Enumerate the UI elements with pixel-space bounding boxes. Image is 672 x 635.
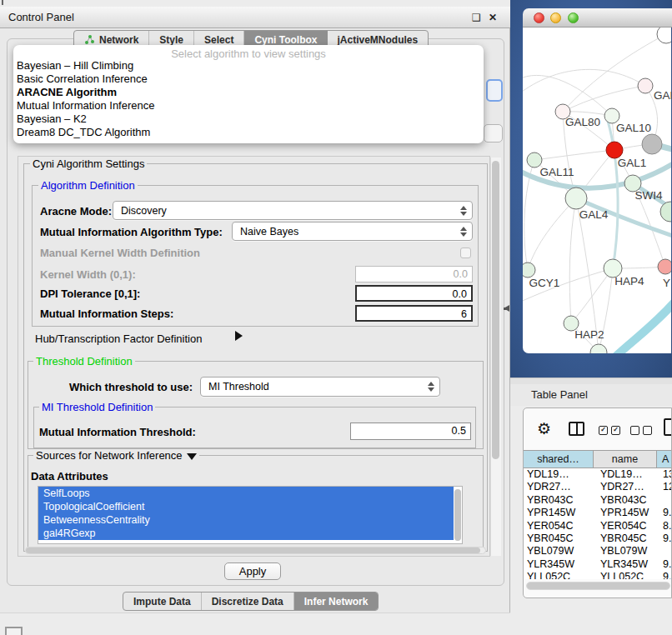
network-node[interactable] (660, 202, 671, 222)
table-row[interactable]: YDL19… YDL19… 13 (524, 468, 672, 481)
aracne-mode-label: Aracne Mode: (40, 205, 112, 218)
collapse-arrow-icon[interactable] (187, 453, 197, 460)
table-hscrollbar[interactable] (526, 582, 670, 590)
combo-stepper-icon (458, 227, 469, 237)
dropdown-item[interactable]: Basic Correlation Inference (17, 72, 148, 85)
network-edge (534, 150, 614, 160)
column-header-shared-name[interactable]: shared… (524, 451, 594, 468)
algorithm-dropdown-placeholder: Select algorithm to view settings (13, 48, 484, 60)
settings-scrollbar-thumb[interactable] (492, 161, 499, 459)
tab-infer-network[interactable]: Infer Network (294, 592, 379, 610)
network-node-label: GAL80 (565, 116, 600, 128)
select-all-columns-icon[interactable]: ✓✓ (599, 426, 620, 435)
deselect-all-columns-icon[interactable] (630, 426, 652, 435)
settings-hscrollbar[interactable] (25, 547, 486, 554)
network-node-label: GAL11 (539, 166, 574, 178)
combo-stepper-icon (458, 206, 469, 216)
float-window-icon[interactable]: ❑ (472, 12, 481, 23)
network-node[interactable] (523, 262, 535, 278)
list-item[interactable]: gal4RGexp (38, 527, 454, 540)
manual-kernel-width-checkbox[interactable] (460, 248, 471, 258)
dropdown-item-selected[interactable]: ARACNE Algorithm (17, 86, 117, 98)
control-panel-titlebar[interactable] (0, 7, 510, 28)
table-row[interactable]: YBR045C YBR045C 9. (524, 532, 672, 545)
list-item[interactable]: TopologicalCoefficient (38, 500, 454, 513)
minimize-traffic-icon[interactable] (550, 12, 561, 23)
close-traffic-icon[interactable] (534, 12, 544, 23)
network-node[interactable] (657, 28, 671, 43)
network-node[interactable] (606, 142, 623, 158)
combo-stepper-icon (425, 382, 437, 392)
network-node[interactable] (638, 78, 653, 93)
table-row[interactable]: YER054C YER054C 8. (524, 520, 672, 532)
gear-icon[interactable]: ⚙ (537, 419, 551, 438)
network-node[interactable] (658, 259, 671, 274)
dpi-tolerance-label: DPI Tolerance [0,1]: (40, 288, 140, 300)
mi-threshold-definition-title: MI Threshold Definition (39, 401, 155, 413)
table-row[interactable]: YBR043C YBR043C (524, 494, 672, 507)
network-edge (528, 198, 576, 270)
table-row[interactable]: YLR345W YLR345W 9. (524, 558, 672, 571)
dpi-tolerance-field[interactable]: 0.0 (355, 285, 473, 302)
mi-algorithm-type-label: Mutual Information Algorithm Type: (40, 226, 223, 238)
list-item[interactable]: SelfLoops (38, 487, 454, 500)
network-node-label: HAP2 (574, 328, 604, 341)
table-row[interactable]: YLL052C YLL052C 9. (524, 571, 672, 579)
which-threshold-combo[interactable]: MI Threshold (200, 377, 440, 397)
network-node-label: HAP4 (614, 275, 644, 288)
apply-button[interactable]: Apply (224, 562, 281, 580)
table-row[interactable]: YBL079W YBL079W (524, 545, 672, 558)
table-panel-title: Table Panel (531, 388, 588, 401)
network-node[interactable] (642, 134, 662, 154)
new-table-icon[interactable] (664, 418, 672, 436)
cyni-bottom-tabbar: Impute Data Discretize Data Infer Networ… (123, 592, 379, 611)
table-body[interactable]: YDL19… YDL19… 13 YDR27… YDR27… 12 YBR043… (524, 468, 672, 579)
table-row[interactable]: YDR27… YDR27… 12 (524, 481, 672, 493)
hub-section-label[interactable]: Hub/Transcription Factor Definition (35, 332, 202, 345)
list-scrollbar[interactable] (454, 489, 461, 541)
table-header-row: shared… name A (524, 450, 672, 468)
close-window-icon[interactable]: ✕ (489, 12, 497, 23)
mi-steps-field[interactable]: 6 (355, 305, 473, 322)
network-node-label: GCY1 (529, 277, 560, 289)
screen: Control Panel ❑ ✕ Network Style Select C… (0, 0, 672, 635)
column-header-name[interactable]: name (594, 451, 657, 468)
list-item[interactable]: BetweennessCentrality (38, 513, 454, 527)
network-tab-icon (84, 34, 95, 45)
columns-icon[interactable] (569, 422, 584, 436)
top-tick (2, 0, 3, 5)
hub-expand-arrow-icon[interactable] (235, 331, 243, 341)
minimized-panel-icon[interactable] (5, 627, 23, 635)
algorithm-definition-title: Algorithm Definition (38, 179, 138, 192)
zoom-traffic-icon[interactable] (568, 12, 579, 23)
network-window-titlebar[interactable] (523, 8, 672, 28)
network-node-label: GAL10 (616, 122, 651, 134)
dropdown-item[interactable]: Dream8 DC_TDC Algorithm (17, 126, 150, 138)
cyni-algorithm-settings-title: Cyni Algorithm Settings (30, 158, 147, 170)
mouse-cursor (504, 305, 509, 312)
tab-network-label: Network (99, 34, 138, 46)
mi-algorithm-type-combo[interactable]: Naive Bayes (232, 222, 473, 241)
kernel-width-field[interactable]: 0.0 (355, 266, 473, 282)
dropdown-item[interactable]: Mutual Information Inference (17, 99, 154, 112)
sources-group-title: Sources for Network Inference (33, 449, 199, 462)
dropdown-item[interactable]: Bayesian – Hill Climbing (17, 59, 133, 72)
network-canvas[interactable]: GAL7GAL80GAL10GAL1GAL11SWI4GAL4GCY1HAP4Y… (523, 28, 671, 353)
network-node-label: Y (663, 277, 670, 289)
tab-discretize-data[interactable]: Discretize Data (202, 592, 294, 610)
dropdown-item[interactable]: Bayesian – K2 (17, 112, 87, 125)
tab-impute-data[interactable]: Impute Data (123, 592, 202, 610)
mi-steps-label: Mutual Information Steps: (40, 308, 173, 320)
data-attributes-list[interactable]: SelfLoops TopologicalCoefficient Between… (38, 486, 463, 544)
aracne-mode-combo[interactable]: Discovery (113, 201, 473, 220)
control-panel-title: Control Panel (8, 11, 74, 23)
column-header-partial[interactable]: A (657, 451, 672, 468)
manual-kernel-width-label: Manual Kernel Width Definition (40, 247, 200, 259)
mi-threshold-field[interactable]: 0.5 (350, 422, 471, 440)
data-attributes-label: Data Attributes (31, 470, 108, 482)
table-panel-titlebar[interactable]: Table Panel (510, 384, 672, 406)
table-row[interactable]: YPR145W YPR145W 9. (524, 507, 672, 519)
network-node-label: SWI4 (634, 189, 662, 202)
network-node[interactable] (590, 344, 607, 353)
network-node[interactable] (565, 188, 587, 209)
